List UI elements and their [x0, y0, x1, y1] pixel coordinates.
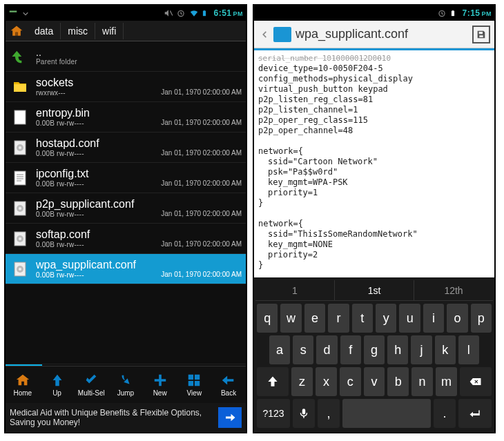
editor-line: network={ — [258, 146, 490, 157]
file-row[interactable]: softap.conf0.00B rw-rw----Jan 01, 1970 0… — [6, 224, 246, 254]
up-arrow-icon — [10, 46, 30, 67]
key-h[interactable]: h — [387, 335, 408, 364]
key-j[interactable]: j — [411, 335, 432, 364]
editor-topcut: serial_number 1010000012D0010 — [258, 53, 490, 63]
key-mic[interactable] — [293, 399, 315, 428]
file-name: p2p_supplicant.conf — [36, 198, 161, 210]
key-space[interactable] — [342, 399, 431, 428]
tool-home[interactable]: Home — [6, 373, 39, 397]
key-f[interactable]: f — [340, 335, 361, 364]
key-q[interactable]: q — [257, 304, 278, 333]
key-p[interactable]: p — [471, 304, 492, 333]
tool-up[interactable]: Up — [41, 373, 74, 397]
breadcrumb-seg[interactable]: data — [28, 23, 61, 39]
breadcrumb: data misc wifi — [6, 21, 246, 41]
key-y[interactable]: y — [376, 304, 396, 333]
key-shift[interactable] — [257, 367, 289, 396]
key-a[interactable]: a — [269, 335, 290, 364]
home-icon[interactable] — [8, 22, 26, 40]
tool-multi[interactable]: Multi-Sel — [75, 373, 108, 397]
key-o[interactable]: o — [447, 304, 467, 333]
key-t[interactable]: t — [352, 304, 373, 333]
key-backspace[interactable] — [460, 367, 492, 396]
home-icon — [15, 373, 30, 388]
kb-sugg-item[interactable]: 1 — [255, 280, 335, 300]
svg-line-0 — [171, 11, 173, 16]
ad-go-button[interactable] — [218, 407, 242, 428]
alarm-icon — [176, 8, 186, 18]
svg-rect-25 — [188, 381, 193, 386]
file-row[interactable]: p2p_supplicant.conf0.00B rw-rw----Jan 01… — [6, 193, 246, 224]
kb-suggestions: 1 1st 12th — [255, 280, 493, 301]
svg-rect-4 — [15, 32, 17, 35]
text-editor[interactable]: serial_number 1010000012D0010 device_typ… — [254, 50, 494, 277]
editor-line: config_methods=physical_display virtual_… — [258, 74, 490, 95]
file-row[interactable]: entropy.bin0.00B rw-rw----Jan 01, 1970 0… — [6, 102, 246, 133]
parent-sub: Parent folder — [36, 58, 242, 66]
editor-line: ssid="ThisIsSomeRandomNetwork" — [268, 229, 490, 239]
editor-line: priority=1 — [268, 188, 490, 198]
key-l[interactable]: l — [458, 335, 479, 364]
back-chevron-icon[interactable] — [258, 24, 271, 45]
file-row[interactable]: wpa_supplicant.conf0.00B rw-rw----Jan 01… — [6, 254, 246, 284]
kb-sugg-item[interactable]: 1st — [335, 280, 414, 300]
key-r[interactable]: r — [328, 304, 349, 333]
breadcrumb-seg[interactable]: misc — [61, 23, 95, 39]
key-i[interactable]: i — [423, 304, 444, 333]
svg-rect-29 — [453, 10, 454, 11]
editor-line: } — [258, 260, 490, 271]
key-z[interactable]: z — [291, 367, 313, 396]
key-s[interactable]: s — [293, 335, 313, 364]
key-enter[interactable] — [458, 399, 492, 428]
key-d[interactable]: d — [316, 335, 337, 364]
key-comma[interactable]: , — [318, 399, 340, 428]
file-type-icon — [10, 228, 30, 249]
tool-jump[interactable]: Jump — [109, 373, 142, 397]
status-time: 6:51PM — [213, 8, 243, 18]
key-u[interactable]: u — [399, 304, 420, 333]
svg-rect-9 — [14, 171, 26, 185]
file-meta: 0.00B rw-rw---- — [36, 180, 161, 188]
file-row[interactable]: ipconfig.txt0.00B rw-rw----Jan 01, 1970 … — [6, 163, 246, 193]
file-date: Jan 01, 1970 02:00:00 AM — [161, 149, 242, 158]
key-g[interactable]: g — [364, 335, 385, 364]
tool-view[interactable]: View — [177, 373, 211, 397]
key-m[interactable]: m — [436, 367, 457, 396]
battery-icon — [201, 8, 211, 18]
key-x[interactable]: x — [316, 367, 337, 396]
file-row[interactable]: socketsrwxrwx---Jan 01, 1970 02:00:00 AM — [6, 72, 246, 102]
parent-folder-row[interactable]: .. Parent folder — [6, 41, 246, 72]
tool-new[interactable]: New — [144, 373, 177, 397]
file-meta: 0.00B rw-rw---- — [36, 271, 161, 279]
svg-rect-5 — [14, 110, 26, 124]
battery-icon — [449, 8, 459, 18]
key-symbols[interactable]: ?123 — [257, 399, 290, 428]
key-n[interactable]: n — [411, 367, 433, 396]
file-row[interactable]: hostapd.conf0.00B rw-rw----Jan 01, 1970 … — [6, 133, 246, 163]
status-time: 7:15PM — [462, 8, 492, 18]
key-k[interactable]: k — [435, 335, 456, 364]
kb-sugg-item[interactable]: 12th — [414, 280, 493, 300]
file-type-icon — [10, 107, 30, 128]
editor-line: network={ — [258, 219, 490, 229]
file-type-icon — [10, 137, 30, 158]
breadcrumb-seg[interactable]: wifi — [95, 23, 124, 39]
ad-banner[interactable]: Medical Aid with Unique Benefits & Flexi… — [6, 403, 246, 432]
key-b[interactable]: b — [387, 367, 409, 396]
tool-back[interactable]: Back — [212, 373, 245, 397]
key-w[interactable]: w — [280, 304, 301, 333]
key-v[interactable]: v — [364, 367, 385, 396]
key-e[interactable]: e — [304, 304, 325, 333]
editor-line: p2p_listen_reg_class=81 — [258, 95, 490, 105]
svg-rect-26 — [195, 381, 200, 386]
empty-space — [6, 313, 246, 364]
file-meta: 0.00B rw-rw---- — [36, 210, 161, 218]
editor-line: p2p_listen_channel=1 — [258, 105, 490, 115]
key-period[interactable]: . — [434, 399, 456, 428]
svg-rect-24 — [195, 375, 200, 380]
file-name: entropy.bin — [36, 107, 161, 119]
key-c[interactable]: c — [340, 367, 361, 396]
file-name: ipconfig.txt — [36, 168, 161, 180]
file-meta: 0.00B rw-rw---- — [36, 241, 161, 248]
save-button[interactable] — [472, 26, 490, 43]
